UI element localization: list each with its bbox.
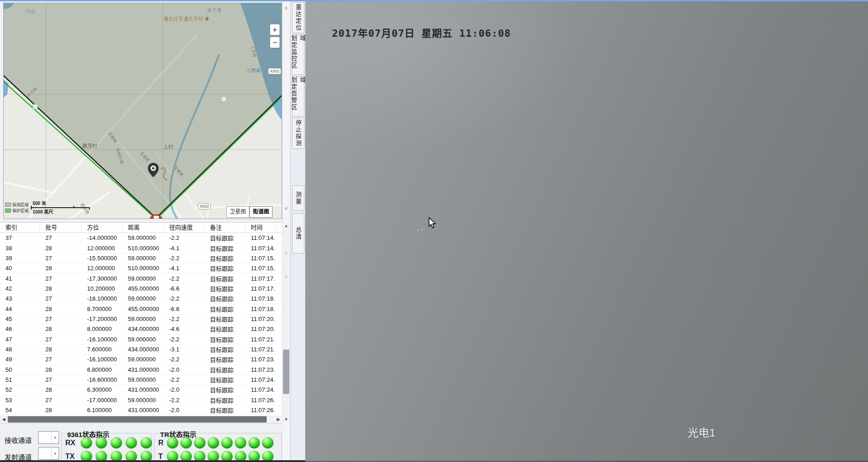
toolbar-button-4[interactable]: 停止探测 [292,118,304,149]
column-header: 径向速度 [164,223,205,233]
table-row[interactable]: 5127-16.60000059.000000-2.2目标跟踪11:07:24. [0,375,282,385]
legend-label: 探测区域 [12,202,29,208]
track-table: 索引批号方位距离径向速度备注时间 3727-14.00000059.000000… [0,222,282,416]
hscroll-right-arrow[interactable]: ▶ [275,416,282,423]
table-cell: -2.0 [164,386,205,393]
table-row[interactable]: 3927-15.50000059.000000-2.2目标跟踪11:07:15. [0,253,282,263]
toolbar-button-5[interactable]: 测量 [292,185,304,211]
table-cell: -18.100000 [82,295,122,302]
app-window: 兴山天宁寺潘氏住宅潘氏宗祠 ◉小西湖金山水库上合路办马路建茂村上村宝鼎路宝鼎路宝… [0,0,868,462]
table-cell: 50 [0,366,40,373]
table-row[interactable]: 4927-16.10000059.000000-2.2目标跟踪11:07:23. [0,355,282,365]
table-cell: 431.000000 [122,366,164,373]
zoom-out-button[interactable]: − [270,37,280,48]
table-cell: 11:07:23. [245,366,277,373]
table-cell: 38 [0,245,40,252]
table-cell: 28 [40,386,82,393]
table-cell: 28 [40,366,82,373]
map-scroll-up-icon[interactable]: ∧ [283,5,289,11]
table-row[interactable]: 4527-17.20000059.000000-2.2目标跟踪11:07:20. [0,314,282,324]
table-cell: -17.000000 [82,397,122,404]
table-cell: 59.000000 [122,295,164,302]
table-cell: 目标跟踪 [205,274,245,283]
hscroll-left-arrow[interactable]: ◀ [0,416,7,423]
table-row[interactable]: 52286.300000431.000000-2.0目标跟踪11:07:24. [0,385,282,395]
table-cell: 27 [40,234,82,241]
track-table-header: 索引批号方位距离径向速度备注时间 [0,223,282,233]
table-cell: 6.300000 [82,386,122,393]
table-row[interactable]: 48287.600000434.000000-3.1目标跟踪11:07:21. [0,345,282,355]
table-cell: 41 [0,275,40,282]
detection-area-overlay [4,3,282,218]
table-cell: -2.2 [164,255,205,262]
pane-scroll-up-icon[interactable]: ∧ [283,250,289,256]
tracked-target [414,225,426,234]
toolbar-button-6[interactable]: 总清 [292,214,304,253]
table-cell: 目标跟踪 [205,345,245,354]
table-cell: 目标跟踪 [205,254,245,263]
transmit-channel-select[interactable]: ∨ [38,447,59,460]
zoom-in-button[interactable]: + [270,24,280,35]
video-feed[interactable]: 2017年07月07日 星期五 11:06:08 光电1 [305,1,868,462]
table-cell: 51 [0,376,40,383]
pane-scroll-down-icon[interactable]: ∨ [283,273,289,279]
table-row[interactable]: 382812.000000510.000000-4.1目标跟踪11:07:14. [0,243,282,253]
side-toolbar: 雷达定位划定监控区域划定告警区域停止探测测量总清 [290,1,305,462]
table-row[interactable]: 4327-18.10000059.000000-2.2目标跟踪11:07:18. [0,294,282,304]
toolbar-button-1[interactable]: 雷达定位 [292,2,304,33]
table-cell: 目标跟踪 [205,325,245,333]
region-handle[interactable] [33,104,38,109]
status-led-green [180,437,192,448]
table-cell: -16.100000 [82,336,122,343]
vscroll-thumb[interactable] [283,350,289,394]
table-cell: 27 [40,275,82,282]
table-row[interactable]: 50286.800000431.000000-2.0目标跟踪11:07:23. [0,365,282,374]
table-cell: -2.2 [164,376,205,383]
toolbar-button-3[interactable]: 划定告警区域 [292,76,304,117]
map-view[interactable]: 兴山天宁寺潘氏住宅潘氏宗祠 ◉小西湖金山水库上合路办马路建茂村上村宝鼎路宝鼎路宝… [3,3,282,219]
vscroll-up-arrow[interactable]: ▲ [283,222,290,229]
table-row[interactable]: 402812.000000510.000000-4.1目标跟踪11:07:15. [0,263,282,273]
table-cell: 510.000000 [122,265,164,272]
map-layer-button-active[interactable]: 街道图 [249,206,273,218]
table-cell: 37 [0,234,40,241]
table-row[interactable]: 5327-17.00000059.000000-2.2目标跟踪11:07:26. [0,395,282,405]
region-handle[interactable] [221,97,226,102]
table-cell: 11:07:15. [245,265,277,272]
table-row[interactable]: 3727-14.00000059.000000-2.2目标跟踪11:07:14. [0,233,282,243]
table-cell: -16.600000 [82,376,122,383]
status-led-green [96,437,107,448]
map-scroll-down-icon[interactable]: ∨ [283,205,289,211]
column-header: 备注 [205,223,245,233]
table-cell: 11:07:24. [245,386,277,393]
column-header: 距离 [122,223,164,233]
table-cell: 46 [0,326,40,332]
table-cell: -15.500000 [82,255,122,262]
table-cell: 39 [0,255,40,262]
table-row[interactable]: 44288.700000455.000000-6.6目标跟踪11:07:18. [0,304,282,314]
table-cell: 43 [0,295,40,302]
table-cell: 11:07:24. [245,376,277,383]
table-row[interactable]: 54286.100000431.000000-2.0目标跟踪11:07:26. [0,405,282,415]
receive-channel-select[interactable]: ∨ [38,431,59,444]
table-cell: 53 [0,397,40,404]
table-row[interactable]: 46288.000000434.000000-4.6目标跟踪11:07:20. [0,324,282,334]
status-group: TR状态指示RT [154,433,282,462]
toolbar-button-2[interactable]: 划定监控区域 [292,34,304,75]
table-cell: 11:07:18. [245,306,277,312]
table-cell: 28 [40,326,82,332]
led-row-label: R [158,439,165,447]
hscroll-thumb[interactable] [8,416,267,423]
table-row[interactable]: 4127-17.30000059.000000-2.2目标跟踪11:07:17. [0,273,282,283]
table-cell: -4.1 [164,265,205,272]
table-cell: -2.0 [164,366,205,373]
table-hscrollbar: ◀ ▶ [0,416,282,423]
table-row[interactable]: 422810.200000455.000000-6.6目标跟踪11:07:17. [0,284,282,294]
vscroll-down-arrow[interactable]: ▼ [283,416,290,423]
table-cell: -17.200000 [82,316,122,322]
table-cell: -2.2 [164,234,205,241]
scale-imperial-label: 1000 英尺 [33,209,94,214]
map-layer-button-inactive[interactable]: 卫星图 [226,206,249,218]
table-cell: -4.1 [164,245,205,252]
table-row[interactable]: 4727-16.10000059.000000-2.2目标跟踪11:07:21. [0,334,282,344]
